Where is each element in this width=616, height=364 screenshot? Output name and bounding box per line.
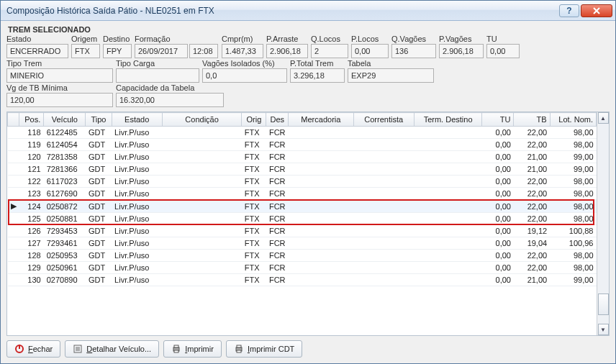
close-icon: [592, 7, 601, 14]
scroll-track[interactable]: [598, 124, 609, 324]
table-row[interactable]: 1290250961GDTLivr.P/usoFTXFCR0,0022,0098…: [8, 262, 597, 274]
qlocos-field: [311, 44, 348, 58]
table-row[interactable]: 1277293461GDTLivr.P/usoFTXFCR0,0019,0410…: [8, 237, 597, 250]
svg-rect-11: [237, 350, 241, 352]
col-header[interactable]: Pos.: [19, 113, 44, 127]
table-row[interactable]: 1186122485GDTLivr.P/usoFTXFCR0,0022,0098…: [8, 127, 597, 139]
svg-rect-10: [237, 345, 241, 347]
parraste-field: [266, 44, 308, 58]
app-window: Composição Histórica Saída Pátio - NLE02…: [0, 0, 616, 364]
titlebar[interactable]: Composição Histórica Saída Pátio - NLE02…: [1, 1, 615, 21]
scroll-thumb[interactable]: [598, 294, 609, 315]
table-row[interactable]: 1280250953GDTLivr.P/usoFTXFCR0,0022,0098…: [8, 250, 597, 262]
estado-field: [6, 44, 68, 58]
qvagoes-field: [391, 44, 436, 58]
col-header[interactable]: Correntista: [353, 113, 414, 127]
tipocarga-field: [116, 68, 199, 83]
detail-icon: [73, 344, 83, 354]
col-header[interactable]: [8, 113, 19, 127]
destino-field: [103, 44, 132, 58]
vertical-scrollbar[interactable]: ▲ ▼: [597, 112, 609, 335]
formacao-data-field: [135, 44, 188, 58]
scroll-up-arrow[interactable]: ▲: [598, 112, 609, 124]
table-row[interactable]: 1300270890GDTLivr.P/usoFTXFCR0,0021,0099…: [8, 274, 597, 286]
tipotrem-field: [6, 68, 113, 83]
col-header[interactable]: Mercadoria: [289, 113, 353, 127]
table-row[interactable]: ▶1240250872GDTLivr.P/usoFTXFCR0,0022,009…: [8, 200, 597, 213]
col-header[interactable]: Condição: [162, 113, 241, 127]
section-title: TREM SELECIONADO: [8, 25, 610, 34]
table-row[interactable]: 1267293453GDTLivr.P/usoFTXFCR0,0019,1210…: [8, 225, 597, 237]
ptotal-field: [290, 68, 345, 83]
window-title: Composição Histórica Saída Pátio - NLE02…: [6, 6, 559, 16]
table-row[interactable]: 1217281366GDTLivr.P/usoFTXFCR0,0021,0099…: [8, 163, 597, 176]
col-header[interactable]: Tipo: [86, 113, 112, 127]
table-row[interactable]: 1250250881GDTLivr.P/usoFTXFCR0,0022,0098…: [8, 213, 597, 225]
vgtb-field: [6, 93, 113, 107]
svg-rect-7: [174, 345, 178, 347]
printer-icon: [234, 344, 244, 354]
scroll-down-arrow[interactable]: ▼: [598, 324, 609, 335]
cmpr-field: [222, 44, 263, 58]
imprimir-button[interactable]: Imprimir: [163, 340, 222, 358]
help-button[interactable]: ?: [559, 4, 579, 17]
formacao-hora-field: [189, 44, 218, 58]
close-button[interactable]: [581, 4, 612, 17]
tabela-field: [348, 68, 434, 83]
col-header[interactable]: TB: [514, 113, 550, 127]
col-header[interactable]: Veículo: [44, 113, 86, 127]
vagiso-field: [202, 68, 287, 83]
col-header[interactable]: TU: [482, 113, 514, 127]
imprimir-cdt-button[interactable]: Imprimir CDT: [226, 340, 302, 358]
table-row[interactable]: 1236127690GDTLivr.P/usoFTXFCR0,0022,0098…: [8, 188, 597, 200]
fechar-button[interactable]: Fechar: [6, 340, 60, 358]
power-icon: [14, 344, 24, 354]
table-row[interactable]: 1196124054GDTLivr.P/usoFTXFCR0,0022,0098…: [8, 139, 597, 151]
col-header[interactable]: Lot. Nom.: [550, 113, 596, 127]
detalhar-veiculo-button[interactable]: Detalhar Veículo...: [65, 340, 159, 358]
col-header[interactable]: Estado: [112, 113, 162, 127]
origem-field: [71, 44, 100, 58]
svg-rect-8: [174, 350, 178, 352]
captab-field: [116, 93, 224, 107]
vehicles-grid[interactable]: Pos.VeículoTipoEstadoCondiçãoOrigDesMerc…: [6, 112, 610, 336]
pvagoes-field: [439, 44, 484, 58]
col-header[interactable]: Term. Destino: [414, 113, 481, 127]
table-row[interactable]: 1226117023GDTLivr.P/usoFTXFCR0,0022,0098…: [8, 176, 597, 188]
col-header[interactable]: Orig: [242, 113, 266, 127]
col-header[interactable]: Des: [266, 113, 289, 127]
printer-icon: [171, 344, 181, 354]
tu-field: [486, 44, 520, 58]
table-row[interactable]: 1207281358GDTLivr.P/usoFTXFCR0,0021,0099…: [8, 151, 597, 163]
plocos-field: [351, 44, 389, 58]
